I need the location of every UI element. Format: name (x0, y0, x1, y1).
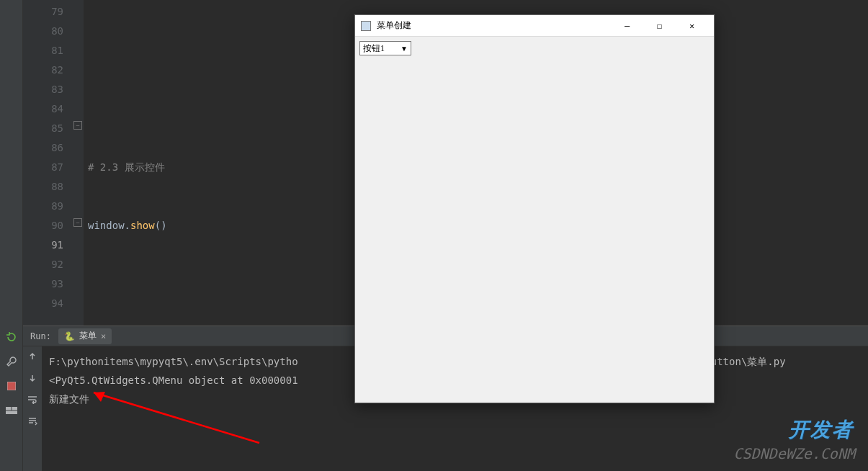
layout-icon[interactable] (6, 405, 17, 416)
down-icon[interactable] (27, 372, 38, 384)
line-number: 88 (23, 177, 63, 197)
svg-rect-3 (6, 411, 17, 414)
fold-column: − − (73, 0, 84, 326)
window-app-icon (361, 21, 371, 31)
rerun-icon[interactable] (6, 331, 17, 343)
line-number: 90 (23, 216, 63, 236)
run-label: Run: (30, 331, 51, 341)
line-number: 92 (23, 255, 63, 274)
chevron-down-icon: ▼ (401, 45, 408, 53)
line-number: 82 (23, 60, 63, 80)
line-number: 93 (23, 274, 63, 294)
combo-label: 按钮1 (363, 42, 385, 55)
window-titlebar[interactable]: 菜单创建 — ☐ ✕ (355, 15, 714, 37)
run-toolbar (23, 346, 42, 471)
scroll-to-end-icon[interactable] (27, 416, 38, 427)
line-number: 91 (23, 236, 63, 255)
svg-rect-0 (7, 382, 16, 390)
python-icon: 🐍 (64, 331, 75, 341)
fold-marker-icon[interactable]: − (73, 121, 82, 130)
stop-icon[interactable] (6, 380, 17, 392)
watermark-text: 开发者 (789, 416, 854, 444)
line-number: 80 (23, 22, 63, 41)
svg-rect-1 (6, 407, 11, 410)
line-number: 84 (23, 99, 63, 119)
watermark-text: CSDNDeWZe.CoNM (733, 445, 855, 462)
close-button[interactable]: ✕ (676, 15, 708, 37)
menu-button-combo[interactable]: 按钮1 ▼ (359, 41, 411, 55)
line-number: 81 (23, 41, 63, 60)
line-number: 94 (23, 294, 63, 313)
ide-left-toolbar (0, 0, 23, 471)
run-tab-title: 菜单 (79, 330, 97, 342)
close-icon[interactable]: × (101, 331, 106, 341)
line-number: 79 (23, 2, 63, 22)
window-body: 按钮1 ▼ (355, 37, 714, 60)
maximize-button[interactable]: ☐ (643, 15, 676, 37)
line-gutter: 79 80 81 82 83 84 85 86 87 88 89 90 91 9… (23, 0, 73, 326)
run-tab[interactable]: 🐍 菜单 × (58, 328, 112, 344)
minimize-button[interactable]: — (611, 15, 643, 37)
line-number: 85 (23, 119, 63, 138)
fold-marker-icon[interactable]: − (73, 218, 82, 227)
code-comment: # 2.3 展示控件 (88, 161, 165, 173)
window-title: 菜单创建 (377, 19, 611, 32)
app-window[interactable]: 菜单创建 — ☐ ✕ 按钮1 ▼ (354, 14, 715, 403)
line-number: 89 (23, 197, 63, 216)
line-number: 87 (23, 158, 63, 177)
svg-rect-2 (12, 407, 17, 410)
up-icon[interactable] (27, 351, 38, 362)
line-number: 86 (23, 138, 63, 158)
soft-wrap-icon[interactable] (27, 394, 38, 405)
line-number: 83 (23, 80, 63, 99)
wrench-icon[interactable] (6, 356, 17, 367)
